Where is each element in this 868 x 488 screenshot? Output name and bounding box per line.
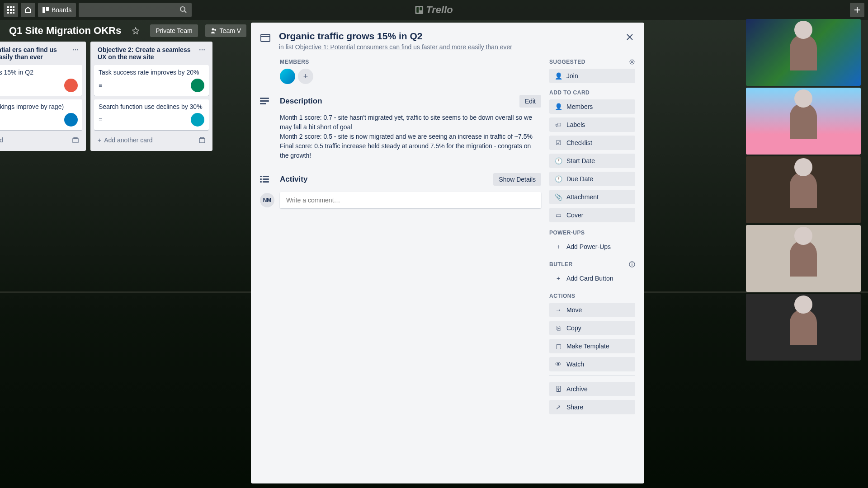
description-icon: ≡ [99,116,102,123]
comment-input[interactable] [280,192,541,208]
star-board-button[interactable] [128,23,143,38]
show-details-button[interactable]: Show Details [493,173,541,186]
team-visible-tab[interactable]: Team V [205,24,246,37]
svg-rect-3 [7,9,9,11]
copy-icon: ⎘ [555,324,562,332]
arrow-right-icon: → [555,306,562,314]
svg-point-11 [180,7,185,11]
svg-rect-35 [260,181,262,183]
make-template-button[interactable]: ▢Make Template [549,339,635,353]
home-icon [24,6,32,14]
card-member-avatar [64,113,78,127]
card-title: yword rankings improve by rage) [0,103,78,110]
list-title[interactable]: e 1: Potential ers can find us faster e … [0,46,72,61]
team-visibility[interactable]: Private Team [150,24,198,37]
plus-icon: + [555,243,562,250]
butler-label: BUTLER [549,261,635,267]
svg-rect-33 [260,178,262,180]
add-powerups-button[interactable]: +Add Power-Ups [549,239,635,254]
info-icon[interactable] [629,261,635,267]
template-icon [199,137,205,143]
gear-icon[interactable] [629,59,635,65]
boards-button[interactable]: Boards [38,3,76,17]
card[interactable]: Search function use declines by 30% ≡ [94,99,209,130]
edit-description-button[interactable]: Edit [519,95,541,108]
description-icon [260,97,274,106]
apps-grid-button[interactable] [4,3,18,17]
activity-icon [260,175,274,184]
video-participant[interactable] [746,156,861,223]
cover-button[interactable]: ▭Cover [549,208,635,222]
tag-icon: 🏷 [555,121,562,128]
person-icon: 👤 [555,103,562,110]
add-card-button[interactable]: nother card [0,134,82,146]
suggested-label: SUGGESTED [549,59,635,65]
card-member-avatar [191,113,204,127]
close-icon [626,33,634,41]
svg-point-40 [632,263,632,263]
star-icon [132,27,139,34]
card[interactable]: Task success rate improves by 20% ≡ [94,65,209,96]
clock-icon: 🕐 [555,157,562,164]
copy-button[interactable]: ⎘Copy [549,321,635,335]
archive-button[interactable]: 🗄Archive [549,382,635,396]
checklist-button[interactable]: ☑Checklist [549,136,635,150]
svg-rect-9 [42,7,45,13]
svg-rect-29 [260,100,269,102]
svg-rect-2 [13,6,14,8]
start-date-button[interactable]: 🕐Start Date [549,154,635,168]
members-button[interactable]: 👤Members [549,99,635,114]
attachment-icon: 📎 [555,193,562,201]
board-title[interactable]: Q1 Site Migration OKRs [9,25,121,37]
description-heading: Description [280,97,513,106]
svg-rect-8 [13,12,14,14]
card-title[interactable]: Organic traffic grows 15% in Q2 [279,31,512,42]
card[interactable]: affic grows 15% in Q2 ≡ [0,65,82,96]
board-icon [42,7,49,13]
svg-rect-7 [10,12,12,14]
labels-button[interactable]: 🏷Labels [549,117,635,132]
card-list-location: in list Objective 1: Potential consumers… [279,43,512,51]
join-button[interactable]: 👤Join [549,69,635,83]
video-participant[interactable] [746,294,861,361]
card-detail-modal: Organic traffic grows 15% in Q2 in list … [251,23,644,483]
card[interactable]: yword rankings improve by rage) [0,99,82,130]
svg-rect-26 [261,34,270,42]
video-participant[interactable] [746,225,861,292]
svg-rect-5 [13,9,14,11]
description-text[interactable]: Month 1 score: 0.7 - site hasn't migrate… [280,113,541,160]
move-button[interactable]: →Move [549,303,635,317]
brand-logo[interactable]: Trello [415,4,453,16]
member-avatar[interactable] [280,69,295,84]
create-button[interactable] [850,3,864,17]
due-date-button[interactable]: 🕐Due Date [549,172,635,186]
svg-rect-31 [260,176,262,177]
eye-icon: 👁 [555,361,562,368]
video-participant[interactable] [746,88,861,155]
add-member-button[interactable]: + [298,69,313,84]
video-participant[interactable] [746,19,861,86]
list-menu-button[interactable]: ⋯ [199,46,205,53]
list-title[interactable]: Objective 2: Create a seamless UX on the… [98,46,199,61]
card-title: Task success rate improves by 20% [99,69,204,76]
list-menu-button[interactable]: ⋯ [72,46,79,53]
share-button[interactable]: ↗Share [549,400,635,414]
search-input[interactable] [79,3,192,17]
svg-rect-32 [263,176,269,177]
svg-rect-30 [260,103,266,104]
video-call-panel [746,19,861,361]
home-button[interactable] [21,3,35,17]
watch-button[interactable]: 👁Watch [549,357,635,371]
add-card-button-automation[interactable]: +Add Card Button [549,271,635,286]
add-card-button[interactable]: +Add another card [94,134,209,146]
description-icon: ≡ [99,82,102,89]
svg-rect-13 [415,6,423,14]
svg-rect-4 [10,9,12,11]
svg-rect-15 [420,7,422,10]
close-button[interactable] [622,29,638,45]
in-list-link[interactable]: Objective 1: Potential consumers can fin… [295,43,512,51]
members-label: MEMBERS [280,59,541,65]
svg-rect-1 [10,6,12,8]
attachment-button[interactable]: 📎Attachment [549,190,635,204]
card-icon [260,33,271,51]
